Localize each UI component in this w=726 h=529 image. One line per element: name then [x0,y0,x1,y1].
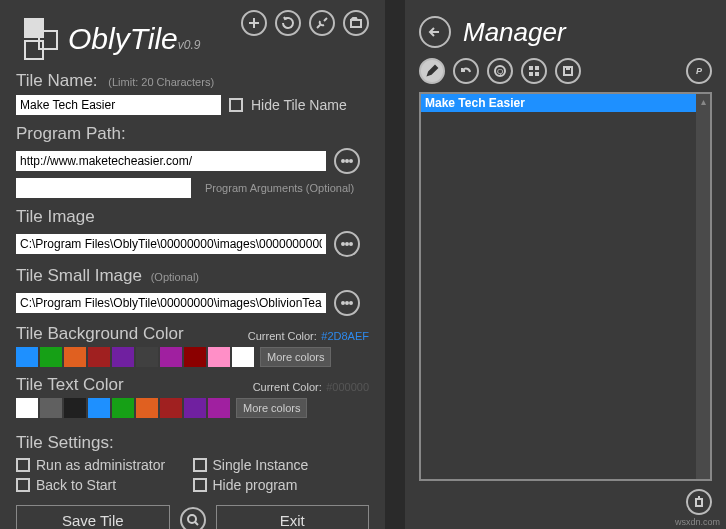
search-icon[interactable] [180,507,206,529]
svg-line-13 [195,522,198,525]
manager-list[interactable]: Make Tech Easier ▴ [419,92,712,481]
more-bg-colors-button[interactable]: More colors [260,347,331,367]
bg-swatches: More colors [16,347,369,367]
hide-program-checkbox[interactable] [193,478,207,492]
bg-color-label: Tile Background Color [16,324,184,344]
svg-rect-24 [696,499,702,506]
run-admin-label: Run as administrator [36,457,165,473]
svg-point-9 [342,302,344,304]
program-args-input[interactable] [16,178,191,198]
color-swatch[interactable] [88,347,110,367]
program-path-input[interactable] [16,151,326,171]
color-swatch[interactable] [40,398,62,418]
paypal-icon[interactable]: P [686,58,712,84]
svg-point-3 [342,160,344,162]
tile-image-label: Tile Image [16,207,369,227]
color-swatch[interactable] [16,398,38,418]
color-swatch[interactable] [160,398,182,418]
svg-point-10 [346,302,348,304]
svg-point-6 [342,243,344,245]
program-args-hint: Program Arguments (Optional) [205,182,354,194]
color-swatch[interactable] [136,347,158,367]
single-instance-checkbox[interactable] [193,458,207,472]
color-swatch[interactable] [88,398,110,418]
single-instance-label: Single Instance [213,457,309,473]
current-text-value: #000000 [326,381,369,393]
edit-icon[interactable] [419,58,445,84]
color-swatch[interactable] [40,347,62,367]
save-tile-button[interactable]: Save Tile [16,505,170,529]
app-logo [16,16,62,62]
back-start-label: Back to Start [36,477,116,493]
app-version: v0.9 [178,38,201,52]
browse-tile-image-icon[interactable] [334,231,360,257]
tile-name-hint: (Limit: 20 Characters) [108,76,214,88]
optional-label: (Optional) [151,271,199,283]
save-icon[interactable] [555,58,581,84]
app-title: OblyTile [68,22,178,55]
current-bg-value: #2D8AEF [321,330,369,342]
browse-program-icon[interactable] [334,148,360,174]
quick-icon[interactable]: Q [487,58,513,84]
watermark: wsxdn.com [675,517,720,527]
program-path-label: Program Path: [16,124,369,144]
svg-rect-18 [535,66,539,70]
color-swatch[interactable] [112,398,134,418]
color-swatch[interactable] [208,347,230,367]
tile-name-label: Tile Name: [16,71,98,90]
svg-text:Q: Q [497,67,503,76]
color-swatch[interactable] [184,398,206,418]
run-admin-checkbox[interactable] [16,458,30,472]
scroll-up-icon[interactable]: ▴ [696,94,710,108]
svg-rect-19 [529,72,533,76]
tile-image-input[interactable] [16,234,326,254]
hide-tile-name-label: Hide Tile Name [251,97,347,113]
svg-point-11 [350,302,352,304]
back-icon[interactable] [419,16,451,48]
svg-point-7 [346,243,348,245]
scrollbar[interactable]: ▴ [696,94,710,479]
tile-name-input[interactable] [16,95,221,115]
text-color-label: Tile Text Color [16,375,124,395]
svg-point-12 [188,515,196,523]
list-item[interactable]: Make Tech Easier [421,94,710,112]
current-text-label: Current Color: [253,381,322,393]
color-swatch[interactable] [160,347,182,367]
manager-title: Manager [463,17,566,48]
tile-small-image-input[interactable] [16,293,326,313]
exit-button[interactable]: Exit [216,505,370,529]
color-swatch[interactable] [64,398,86,418]
tile-small-image-label: Tile Small Image [16,266,142,285]
browse-small-image-icon[interactable] [334,290,360,316]
svg-text:P: P [696,66,703,76]
hide-tile-name-checkbox[interactable] [229,98,243,112]
svg-point-4 [346,160,348,162]
color-swatch[interactable] [64,347,86,367]
more-text-colors-button[interactable]: More colors [236,398,307,418]
current-bg-label: Current Color: [248,330,317,342]
undo-icon[interactable] [453,58,479,84]
color-swatch[interactable] [232,347,254,367]
hide-program-label: Hide program [213,477,298,493]
tile-settings-label: Tile Settings: [16,433,369,453]
delete-icon[interactable] [686,489,712,515]
color-swatch[interactable] [16,347,38,367]
color-swatch[interactable] [136,398,158,418]
windows-icon[interactable] [521,58,547,84]
back-start-checkbox[interactable] [16,478,30,492]
text-swatches: More colors [16,398,369,418]
color-swatch[interactable] [208,398,230,418]
svg-point-5 [350,160,352,162]
svg-rect-22 [566,67,570,70]
svg-rect-20 [535,72,539,76]
color-swatch[interactable] [184,347,206,367]
svg-point-8 [350,243,352,245]
svg-rect-17 [529,66,533,70]
color-swatch[interactable] [112,347,134,367]
